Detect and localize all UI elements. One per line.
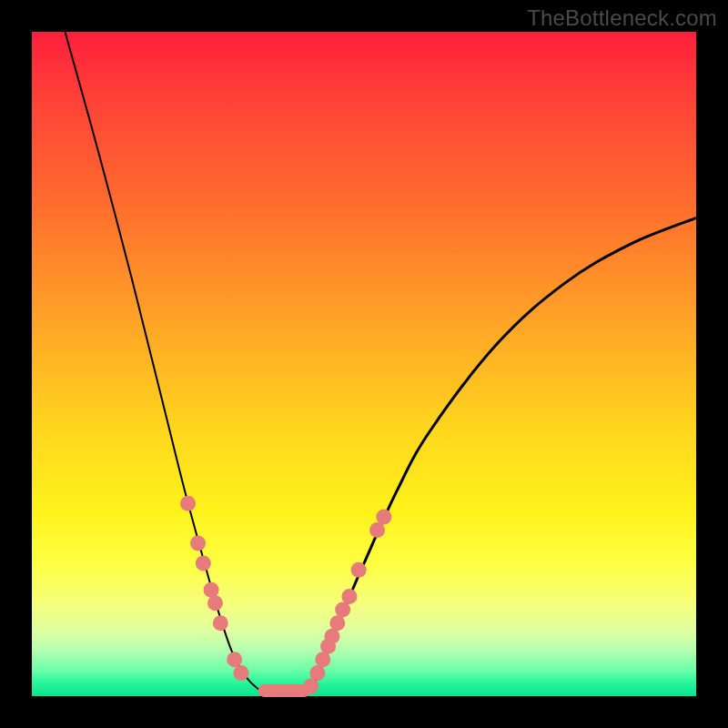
plot-area bbox=[32, 32, 696, 696]
highlight-dot bbox=[227, 652, 242, 667]
highlight-dot bbox=[335, 602, 350, 618]
highlight-dots-right bbox=[303, 509, 391, 693]
highlight-dot bbox=[204, 582, 219, 598]
curve-layer bbox=[32, 32, 696, 696]
highlight-dot bbox=[376, 509, 391, 524]
highlight-dot bbox=[341, 589, 357, 604]
highlight-dot bbox=[233, 665, 248, 681]
highlight-dot bbox=[324, 629, 339, 644]
highlight-dot bbox=[207, 595, 223, 611]
left-curve bbox=[66, 32, 278, 696]
right-curve bbox=[304, 217, 696, 696]
highlight-dot bbox=[190, 536, 206, 551]
watermark-text: TheBottleneck.com bbox=[527, 5, 717, 31]
chart-frame: TheBottleneck.com bbox=[0, 0, 728, 728]
highlight-dot bbox=[351, 562, 367, 578]
highlight-dots-left bbox=[180, 496, 248, 681]
highlight-dot bbox=[309, 665, 325, 681]
highlight-dot bbox=[315, 652, 330, 667]
highlight-dot bbox=[329, 615, 345, 631]
highlight-dot bbox=[196, 556, 211, 571]
highlight-dot bbox=[213, 615, 228, 631]
highlight-dot bbox=[303, 679, 318, 694]
highlight-dot bbox=[369, 522, 385, 538]
highlight-dot bbox=[180, 496, 196, 511]
